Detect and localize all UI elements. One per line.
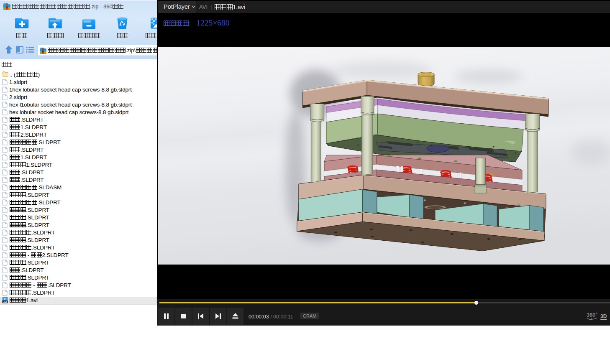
svg-text:AVI: AVI [3,301,7,303]
svg-text:360: 360 [587,312,595,318]
